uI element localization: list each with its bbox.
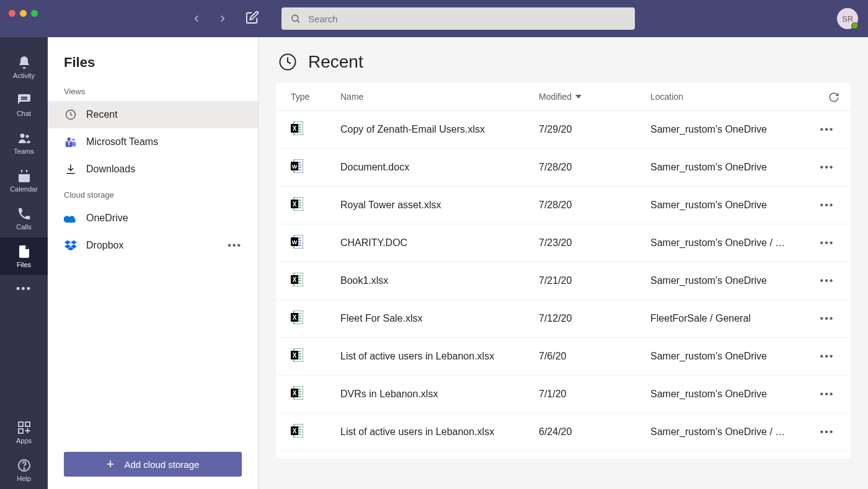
- excel-icon: [291, 386, 303, 400]
- svg-rect-19: [19, 171, 30, 174]
- files-sidebar: Files Views Recent T Microsoft Teams Dow…: [48, 37, 259, 489]
- sidebar-item-label: Microsoft Teams: [86, 136, 158, 148]
- rail-item-apps[interactable]: Apps: [0, 413, 48, 451]
- svg-point-28: [68, 138, 71, 141]
- sidebar-item-downloads[interactable]: Downloads: [48, 156, 258, 183]
- file-location: Samer_rustom's OneDrive: [650, 389, 812, 400]
- table-header: Type Name Modified Location: [276, 83, 851, 111]
- rail-label: Calls: [16, 223, 31, 231]
- file-location: Samer_rustom's OneDrive / …: [650, 237, 812, 249]
- sidebar-item-label: OneDrive: [86, 213, 128, 224]
- table-row[interactable]: Book1.xlsx7/21/20Samer_rustom's OneDrive…: [276, 262, 851, 300]
- user-avatar[interactable]: SR: [837, 8, 858, 29]
- sort-desc-icon: [575, 94, 582, 100]
- dropbox-more-button[interactable]: •••: [228, 240, 242, 251]
- maximize-window-button[interactable]: [31, 10, 38, 17]
- column-location[interactable]: Location: [650, 92, 812, 102]
- rail-item-teams[interactable]: Teams: [0, 124, 48, 162]
- add-cloud-storage-button[interactable]: + Add cloud storage: [64, 452, 242, 477]
- avatar-initials: SR: [842, 14, 853, 24]
- title-bar: SR: [0, 0, 868, 37]
- svg-rect-23: [25, 422, 30, 426]
- rail-item-calendar[interactable]: Calendar: [0, 162, 48, 200]
- main-content: Recent Type Name Modified Location Copy …: [259, 37, 868, 489]
- back-button[interactable]: [191, 13, 202, 24]
- file-modified: 7/1/20: [539, 389, 650, 400]
- table-row[interactable]: Document.docx7/28/20Samer_rustom's OneDr…: [276, 149, 851, 187]
- svg-point-26: [24, 468, 25, 469]
- onedrive-icon: [64, 211, 78, 225]
- dropbox-icon: [64, 239, 78, 252]
- minimize-window-button[interactable]: [20, 10, 27, 17]
- svg-line-15: [297, 20, 299, 23]
- table-row[interactable]: DVRs in Lebanon.xlsx7/1/20Samer_rustom's…: [276, 376, 851, 413]
- column-modified[interactable]: Modified: [539, 92, 650, 102]
- main-header: Recent: [259, 37, 868, 83]
- row-more-button[interactable]: •••: [820, 351, 835, 362]
- row-more-button[interactable]: •••: [820, 389, 835, 400]
- svg-point-29: [73, 138, 75, 141]
- close-window-button[interactable]: [9, 10, 16, 17]
- svg-point-14: [292, 15, 298, 21]
- table-row[interactable]: List of active users in Lebanon.xlsx6/24…: [276, 413, 851, 451]
- search-box[interactable]: [281, 7, 635, 30]
- file-name: Fleet For Sale.xlsx: [340, 313, 539, 324]
- row-more-button[interactable]: •••: [820, 162, 835, 173]
- file-name: List of active users in Lebanon.xlsx: [340, 351, 539, 362]
- file-name: Document.docx: [340, 162, 539, 173]
- table-row[interactable]: Copy of Zenath-Email Users.xlsx7/29/20Sa…: [276, 111, 851, 149]
- table-row[interactable]: List of active users in Lebanon.xlsx7/6/…: [276, 338, 851, 376]
- file-location: Samer_rustom's OneDrive: [650, 275, 812, 286]
- file-modified: 7/12/20: [539, 313, 650, 324]
- rail-more-button[interactable]: •••: [16, 283, 32, 296]
- table-row[interactable]: List of Employees in Lebanon.xlsx6/23/20…: [276, 451, 851, 458]
- sidebar-item-dropbox[interactable]: Dropbox •••: [48, 232, 258, 259]
- row-more-button[interactable]: •••: [820, 200, 835, 211]
- rail-item-chat[interactable]: Chat: [0, 86, 48, 124]
- file-table: Type Name Modified Location Copy of Zena…: [276, 83, 851, 458]
- sidebar-item-recent[interactable]: Recent: [48, 101, 258, 128]
- row-more-button[interactable]: •••: [820, 237, 835, 249]
- search-input[interactable]: [308, 14, 626, 24]
- rail-label: Activity: [13, 72, 35, 79]
- table-row[interactable]: Royal Tower asset.xlsx7/28/20Samer_rusto…: [276, 187, 851, 224]
- svg-rect-31: [72, 142, 76, 146]
- row-more-button[interactable]: •••: [820, 426, 835, 438]
- forward-button[interactable]: [217, 13, 228, 24]
- rail-item-calls[interactable]: Calls: [0, 200, 48, 237]
- refresh-button[interactable]: [828, 92, 839, 105]
- rail-item-files[interactable]: Files: [0, 237, 48, 275]
- file-name: List of active users in Lebanon.xlsx: [340, 426, 539, 438]
- file-modified: 7/29/20: [539, 124, 650, 135]
- rail-label: Teams: [14, 148, 33, 155]
- svg-text:T: T: [68, 141, 71, 147]
- file-name: CHARITY.DOC: [340, 237, 539, 249]
- column-modified-label: Modified: [539, 92, 572, 102]
- column-type[interactable]: Type: [291, 92, 340, 102]
- file-name: Royal Tower asset.xlsx: [340, 200, 539, 211]
- sidebar-item-onedrive[interactable]: OneDrive: [48, 205, 258, 232]
- file-name: DVRs in Lebanon.xlsx: [340, 389, 539, 400]
- word-icon: [291, 159, 303, 173]
- clock-icon: [278, 53, 297, 71]
- column-name[interactable]: Name: [340, 92, 539, 102]
- excel-icon: [291, 273, 303, 286]
- compose-button[interactable]: [246, 11, 259, 27]
- excel-icon: [291, 424, 303, 438]
- row-more-button[interactable]: •••: [820, 124, 835, 135]
- table-row[interactable]: Fleet For Sale.xlsx7/12/20FleetForSale /…: [276, 300, 851, 338]
- file-location: Samer_rustom's OneDrive: [650, 124, 812, 135]
- table-body[interactable]: Copy of Zenath-Email Users.xlsx7/29/20Sa…: [276, 111, 851, 458]
- table-row[interactable]: CHARITY.DOC7/23/20Samer_rustom's OneDriv…: [276, 224, 851, 262]
- window-controls: [9, 10, 38, 17]
- file-location: Samer_rustom's OneDrive: [650, 200, 812, 211]
- file-modified: 7/28/20: [539, 162, 650, 173]
- rail-item-activity[interactable]: Activity: [0, 48, 48, 86]
- excel-icon: [291, 311, 303, 324]
- sidebar-item-msteams[interactable]: T Microsoft Teams: [48, 128, 258, 156]
- rail-label: Calendar: [10, 185, 38, 193]
- row-more-button[interactable]: •••: [820, 275, 835, 286]
- rail-item-help[interactable]: Help: [0, 451, 48, 489]
- search-icon: [290, 13, 301, 24]
- row-more-button[interactable]: •••: [820, 313, 835, 324]
